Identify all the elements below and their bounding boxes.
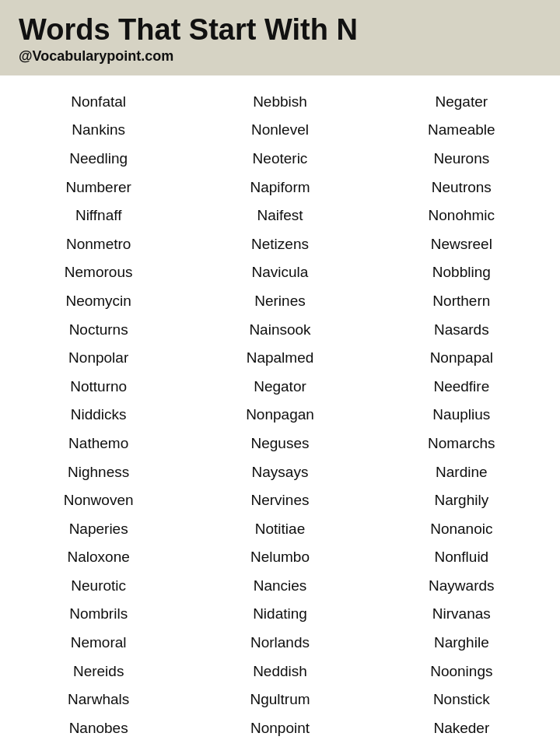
word-cell: Nippered <box>8 744 189 747</box>
word-cell: Nonanoic <box>371 517 552 542</box>
word-cell: Neguses <box>189 431 370 457</box>
word-cell: Nancies <box>189 573 370 599</box>
word-cell: Ngultrum <box>189 687 370 713</box>
word-cell: Narwhals <box>8 687 189 713</box>
word-cell: Naifest <box>189 203 370 229</box>
word-cell: Nonpolar <box>8 345 189 371</box>
word-cell: Nasards <box>371 317 552 343</box>
page-title: Words That Start With N <box>19 14 541 47</box>
word-cell: Napiform <box>189 175 370 201</box>
word-cell: Nemorous <box>8 260 189 286</box>
word-cell: Nonfluid <box>371 545 552 570</box>
word-cell: Naloxone <box>8 545 189 570</box>
word-cell: Nelumbo <box>189 545 370 570</box>
word-cell: Negater <box>371 89 552 115</box>
page-header: Words That Start With N @Vocabularypoint… <box>0 0 560 75</box>
word-cell: Narghily <box>371 488 552 514</box>
word-cell: Nathemo <box>8 431 189 457</box>
word-cell: Neddish <box>189 659 370 685</box>
word-cell: Niffnaff <box>8 203 189 229</box>
word-cell: Nerines <box>189 289 370 314</box>
word-cell: Neutrons <box>371 175 552 201</box>
word-cell: Neurotic <box>8 573 189 599</box>
word-cell: Northern <box>371 289 552 314</box>
word-cell: Negator <box>189 374 370 400</box>
word-cell: Nervines <box>189 488 370 514</box>
word-cell: Navicula <box>189 260 370 286</box>
word-cell: Nainsook <box>189 317 370 343</box>
word-cell: Notitiae <box>189 517 370 542</box>
word-cell: Naysays <box>189 460 370 486</box>
word-list-container: NonfatalNebbishNegaterNankinsNonlevelNam… <box>0 75 560 747</box>
word-cell: Norlands <box>189 630 370 656</box>
word-cell: Neoteric <box>189 146 370 172</box>
word-cell: Nardine <box>371 460 552 486</box>
word-cell: Nibbling <box>371 744 552 747</box>
word-cell: Napalmed <box>189 345 370 371</box>
word-cell: Nomarchs <box>371 431 552 457</box>
word-cell: Nanobes <box>8 716 189 742</box>
word-grid: NonfatalNebbishNegaterNankinsNonlevelNam… <box>8 89 552 747</box>
word-cell: Noonings <box>371 659 552 685</box>
word-cell: Nombrils <box>8 601 189 627</box>
word-cell: Nonpoint <box>189 716 370 742</box>
word-cell: Naperies <box>8 517 189 542</box>
word-cell: Nonpapal <box>371 345 552 371</box>
word-cell: Nocturns <box>8 317 189 343</box>
word-cell: Nonlevel <box>189 117 370 143</box>
word-cell: Nereids <box>8 659 189 685</box>
word-cell: Nonfatal <box>8 89 189 115</box>
word-cell: Nonwoven <box>8 488 189 514</box>
word-cell: Needfire <box>371 374 552 400</box>
word-cell: Naywards <box>371 573 552 599</box>
word-cell: Notturno <box>8 374 189 400</box>
word-cell: Nauplius <box>371 402 552 428</box>
word-cell: Netizens <box>189 232 370 258</box>
word-cell: Nonpagan <box>189 402 370 428</box>
word-cell: Needling <box>8 146 189 172</box>
word-cell: Niddicks <box>8 402 189 428</box>
word-cell: Newsreel <box>371 232 552 258</box>
word-cell: Nemoral <box>8 630 189 656</box>
word-cell: Nonmetro <box>8 232 189 258</box>
word-cell: Nonohmic <box>371 203 552 229</box>
word-cell: Nighness <box>8 460 189 486</box>
word-cell: Nirvanas <box>371 601 552 627</box>
word-cell: Neurons <box>371 146 552 172</box>
word-cell: Nonrigid <box>189 744 370 747</box>
word-cell: Numberer <box>8 175 189 201</box>
word-cell: Nameable <box>371 117 552 143</box>
word-cell: Nidating <box>189 601 370 627</box>
word-cell: Nonstick <box>371 687 552 713</box>
word-cell: Neomycin <box>8 289 189 314</box>
word-cell: Nakeder <box>371 716 552 742</box>
word-cell: Nankins <box>8 117 189 143</box>
page-subtitle: @Vocabularypoint.com <box>19 48 541 65</box>
word-cell: Narghile <box>371 630 552 656</box>
word-cell: Nobbling <box>371 260 552 286</box>
word-cell: Nebbish <box>189 89 370 115</box>
